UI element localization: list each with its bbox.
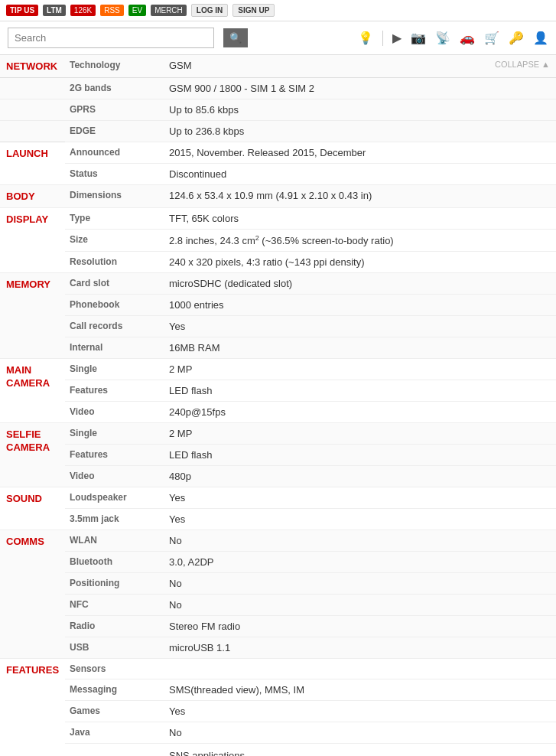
body-dimensions-val: 124.6 x 53.4 x 10.9 mm (4.91 x 2.10 x 0.… xyxy=(164,185,556,208)
network-label: NETWORK xyxy=(0,55,65,78)
network-2gbands-row: 2G bands GSM 900 / 1800 - SIM 1 & SIM 2 xyxy=(0,78,556,99)
comms-wlan-val: No xyxy=(164,530,556,552)
comms-positioning-prop: Positioning xyxy=(65,573,164,595)
features-label: FEATURES xyxy=(0,659,65,756)
comms-nfc-row: NFC No xyxy=(0,595,556,616)
feed-icon[interactable]: 📡 xyxy=(435,31,450,45)
features-games-row: Games Yes xyxy=(0,701,556,722)
display-type-row: DISPLAY Type TFT, 65K colors xyxy=(0,208,556,230)
login-icon[interactable]: 🔑 xyxy=(509,31,524,45)
memory-phonebook-row: Phonebook 1000 entries xyxy=(0,295,556,316)
launch-announced-val: 2015, November. Released 2015, December xyxy=(164,142,556,164)
comms-wlan-prop: WLAN xyxy=(65,530,164,552)
launch-label: LAUNCH xyxy=(0,142,65,185)
comms-bluetooth-row: Bluetooth 3.0, A2DP xyxy=(0,552,556,573)
comms-nfc-val: No xyxy=(164,595,556,616)
add-user-icon[interactable]: 👤 xyxy=(533,31,548,45)
launch-status-prop: Status xyxy=(65,164,164,185)
search-bar: 🔍 💡 ▶ 📷 📡 🚗 🛒 🔑 👤 xyxy=(0,21,556,55)
merch-badge[interactable]: MERCH xyxy=(151,5,187,16)
selfiecam-features-prop: Features xyxy=(65,445,164,466)
launch-announced-row: LAUNCH Announced 2015, November. Release… xyxy=(0,142,556,164)
maincam-features-val: LED flash xyxy=(164,380,556,402)
display-type-val: TFT, 65K colors xyxy=(164,208,556,230)
features-java-prop: Java xyxy=(65,722,164,744)
network-gprs-prop: GPRS xyxy=(65,99,164,121)
network-gprs-row: GPRS Up to 85.6 kbps xyxy=(0,99,556,121)
ltm-badge[interactable]: LTM xyxy=(43,5,66,16)
features-extra-row: SNS applications MP4/H.264 player MP3/WA… xyxy=(0,744,556,756)
maincam-single-row: MAIN CAMERA Single 2 MP xyxy=(0,359,556,380)
comms-radio-val: Stereo FM radio xyxy=(164,616,556,637)
cart-icon[interactable]: 🛒 xyxy=(484,31,499,45)
launch-status-val: Discontinued xyxy=(164,164,556,185)
features-messaging-prop: Messaging xyxy=(65,679,164,701)
comms-bluetooth-val: 3.0, A2DP xyxy=(164,552,556,573)
features-sensors-prop: Sensors xyxy=(65,659,164,679)
sound-jack-row: 3.5mm jack Yes xyxy=(0,509,556,530)
selfiecam-video-row: Video 480p xyxy=(0,466,556,487)
rss-badge[interactable]: RSS xyxy=(100,5,124,16)
ev-badge[interactable]: EV xyxy=(128,5,146,16)
display-size-val: 2.8 inches, 24.3 cm2 (~36.5% screen-to-b… xyxy=(164,230,556,252)
search-input[interactable] xyxy=(8,28,214,48)
collapse-button[interactable]: COLLAPSE ▲ xyxy=(495,60,550,69)
comms-wlan-row: COMMS WLAN No xyxy=(0,530,556,552)
selfiecam-features-row: Features LED flash xyxy=(0,445,556,466)
main-camera-label: MAIN CAMERA xyxy=(0,359,65,423)
sound-jack-prop: 3.5mm jack xyxy=(65,509,164,530)
launch-status-row: Status Discontinued xyxy=(0,164,556,185)
display-resolution-prop: Resolution xyxy=(65,252,164,273)
features-messaging-row: Messaging SMS(threaded view), MMS, IM xyxy=(0,679,556,701)
selfiecam-single-row: SELFIE CAMERA Single 2 MP xyxy=(0,423,556,445)
display-resolution-row: Resolution 240 x 320 pixels, 4:3 ratio (… xyxy=(0,252,556,273)
tip-us-button[interactable]: TIP US xyxy=(6,5,38,16)
nav-icons: 💡 ▶ 📷 📡 🚗 🛒 🔑 👤 xyxy=(358,31,548,46)
memory-cardslot-row: MEMORY Card slot microSDHC (dedicated sl… xyxy=(0,273,556,295)
maincam-single-val: 2 MP xyxy=(164,359,556,380)
instagram-icon[interactable]: 📷 xyxy=(411,31,426,45)
selfiecam-single-val: 2 MP xyxy=(164,423,556,445)
sound-jack-val: Yes xyxy=(164,509,556,530)
selfiecam-video-val: 480p xyxy=(164,466,556,487)
car-icon[interactable]: 🚗 xyxy=(460,31,475,45)
display-type-prop: Type xyxy=(65,208,164,230)
display-resolution-val: 240 x 320 pixels, 4:3 ratio (~143 ppi de… xyxy=(164,252,556,273)
comms-usb-val: microUSB 1.1 xyxy=(164,637,556,659)
comms-nfc-prop: NFC xyxy=(65,595,164,616)
memory-internal-prop: Internal xyxy=(65,337,164,359)
comms-positioning-val: No xyxy=(164,573,556,595)
network-header-row: NETWORK Technology GSM COLLAPSE ▲ xyxy=(0,55,556,78)
display-label: DISPLAY xyxy=(0,208,65,273)
network-edge-row: EDGE Up to 236.8 kbps xyxy=(0,121,556,142)
sound-loudspeaker-val: Yes xyxy=(164,487,556,509)
selfiecam-features-val: LED flash xyxy=(164,445,556,466)
memory-phonebook-prop: Phonebook xyxy=(65,295,164,316)
display-size-prop: Size xyxy=(65,230,164,252)
features-games-val: Yes xyxy=(164,701,556,722)
maincam-video-val: 240p@15fps xyxy=(164,402,556,423)
comms-label: COMMS xyxy=(0,530,65,659)
memory-label: MEMORY xyxy=(0,273,65,359)
body-dimensions-row: BODY Dimensions 124.6 x 53.4 x 10.9 mm (… xyxy=(0,185,556,208)
sound-label: SOUND xyxy=(0,487,65,530)
features-messaging-val: SMS(threaded view), MMS, IM xyxy=(164,679,556,701)
top-nav-bar: TIP US LTM 126K RSS EV MERCH LOG IN SIGN… xyxy=(0,0,556,21)
bulb-icon[interactable]: 💡 xyxy=(358,31,373,45)
memory-phonebook-val: 1000 entries xyxy=(164,295,556,316)
memory-internal-row: Internal 16MB RAM xyxy=(0,337,556,359)
sound-loudspeaker-prop: Loudspeaker xyxy=(65,487,164,509)
search-button[interactable]: 🔍 xyxy=(223,28,248,47)
comms-usb-prop: USB xyxy=(65,637,164,659)
features-java-row: Java No xyxy=(0,722,556,744)
youtube-icon[interactable]: ▶ xyxy=(392,31,402,45)
memory-callrecords-val: Yes xyxy=(164,316,556,337)
features-sensors-row: FEATURES Sensors xyxy=(0,659,556,679)
login-button[interactable]: LOG IN xyxy=(191,4,228,17)
comms-positioning-row: Positioning No xyxy=(0,573,556,595)
features-extra-prop xyxy=(65,744,164,756)
signup-button[interactable]: SIGN UP xyxy=(232,4,275,17)
visitors-badge: 126K xyxy=(70,5,96,16)
spec-table: NETWORK Technology GSM COLLAPSE ▲ 2G ban… xyxy=(0,55,556,756)
maincam-video-prop: Video xyxy=(65,402,164,423)
